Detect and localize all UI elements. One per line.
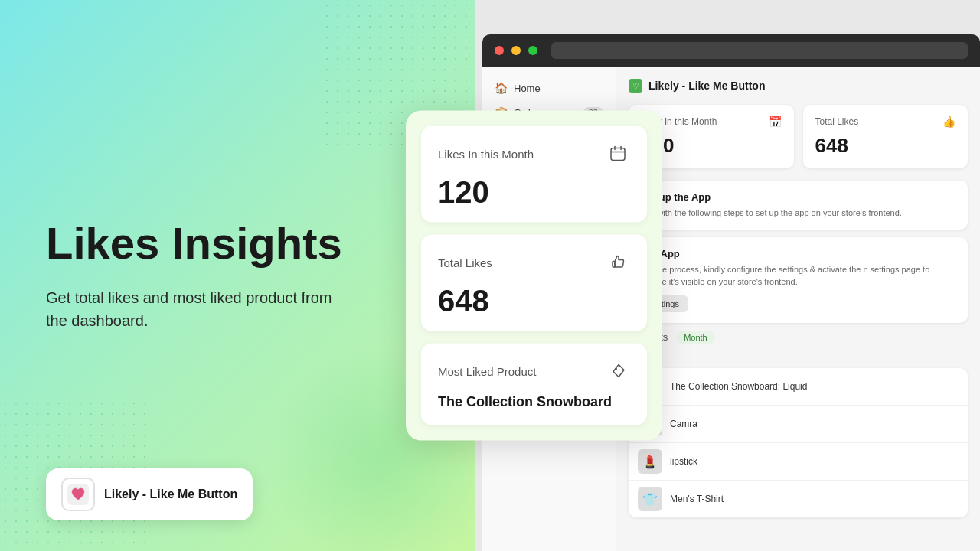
- setup-app-card: Set up the App eed with the following st…: [629, 181, 968, 230]
- svg-rect-1: [611, 148, 625, 161]
- cards-overlay: Likes In this Month 120 Total Likes: [406, 111, 662, 441]
- product-item-4: 👕 Men's T-Shirt: [629, 481, 968, 517]
- widget-calendar-icon: 📅: [769, 116, 782, 128]
- setup-app-title: Set up the App: [641, 191, 956, 203]
- most-liked-title: Most Liked Product: [438, 364, 536, 377]
- product-name-3: lipstick: [670, 456, 697, 467]
- enable-app-text: tart the process, kindly configure the s…: [641, 264, 956, 288]
- app-badge-icon: [61, 478, 95, 511]
- calendar-icon: [606, 142, 630, 166]
- browser-close-dot[interactable]: [495, 46, 504, 55]
- widget-thumbs-icon: 👍: [942, 116, 956, 128]
- hero-title: Likes Insights: [46, 219, 429, 268]
- enable-app-title: ible App: [641, 248, 956, 259]
- enable-app-card: ible App tart the process, kindly config…: [629, 237, 968, 323]
- browser-maximize-dot[interactable]: [528, 46, 537, 55]
- main-content: ♡ Likely - Like Me Button Likes in this …: [616, 67, 980, 551]
- hero-subtitle: Get total likes and most liked product f…: [46, 286, 337, 332]
- app-logo: ♡: [629, 79, 642, 93]
- likes-month-card-header: Likes In this Month: [438, 142, 630, 166]
- most-liked-card: Most Liked Product The Collection Snowbo…: [421, 344, 647, 425]
- browser-chrome: [482, 34, 980, 67]
- sidebar-item-home[interactable]: 🏠 Home: [482, 76, 616, 100]
- svg-point-6: [615, 368, 617, 370]
- likes-month-title: Likes In this Month: [438, 147, 534, 160]
- heart-icon: [67, 484, 89, 505]
- product-thumb-4: 👕: [638, 487, 662, 511]
- svg-rect-5: [612, 262, 615, 268]
- left-panel: Likes Insights Get total likes and most …: [0, 0, 475, 551]
- thumbsup-icon: [606, 250, 630, 275]
- total-likes-card-header: Total Likes: [438, 250, 630, 275]
- product-item-2: 📷 Camra: [629, 406, 968, 443]
- products-tab: Products Month: [629, 331, 968, 360]
- page-header: ♡ Likely - Like Me Button: [629, 79, 968, 93]
- total-likes-widget: Total Likes 👍 648: [803, 105, 969, 168]
- product-thumb-3: 💄: [638, 449, 662, 474]
- total-likes-value: 648: [438, 285, 630, 316]
- product-item-3: 💄 lipstick: [629, 443, 968, 481]
- product-name-2: Camra: [670, 419, 697, 429]
- setup-app-text: eed with the following steps to set up t…: [641, 207, 956, 219]
- product-name-4: Men's T-Shirt: [670, 494, 724, 504]
- total-likes-title: Total Likes: [438, 256, 492, 269]
- page-title: Likely - Like Me Button: [648, 80, 765, 92]
- home-icon: 🏠: [495, 82, 508, 94]
- most-liked-card-header: Most Liked Product: [438, 359, 630, 383]
- most-liked-product-name: The Collection Snowboard: [438, 394, 630, 410]
- total-likes-widget-label: Total Likes: [815, 116, 859, 127]
- likes-month-card: Likes In this Month 120: [421, 126, 647, 223]
- app-badge-label: Likely - Like Me Button: [104, 487, 237, 501]
- browser-minimize-dot[interactable]: [511, 46, 521, 55]
- total-likes-widget-value: 648: [815, 134, 956, 158]
- sidebar-home-label: Home: [514, 83, 541, 94]
- tag-icon: [606, 359, 630, 383]
- month-badge[interactable]: Month: [676, 331, 715, 344]
- total-likes-widget-header: Total Likes 👍: [815, 116, 956, 128]
- browser-url-bar[interactable]: [551, 42, 968, 59]
- likes-month-value: 120: [438, 177, 630, 207]
- app-badge: Likely - Like Me Button: [46, 468, 253, 520]
- product-list: 🏂 The Collection Snowboard: Liquid 📷 Cam…: [629, 368, 968, 517]
- product-item-1: 🏂 The Collection Snowboard: Liquid: [629, 368, 968, 406]
- total-likes-card: Total Likes 648: [421, 235, 647, 331]
- stats-row: Likes in this Month 📅 120 Total Likes 👍 …: [629, 105, 968, 168]
- product-name-1: The Collection Snowboard: Liquid: [670, 381, 807, 392]
